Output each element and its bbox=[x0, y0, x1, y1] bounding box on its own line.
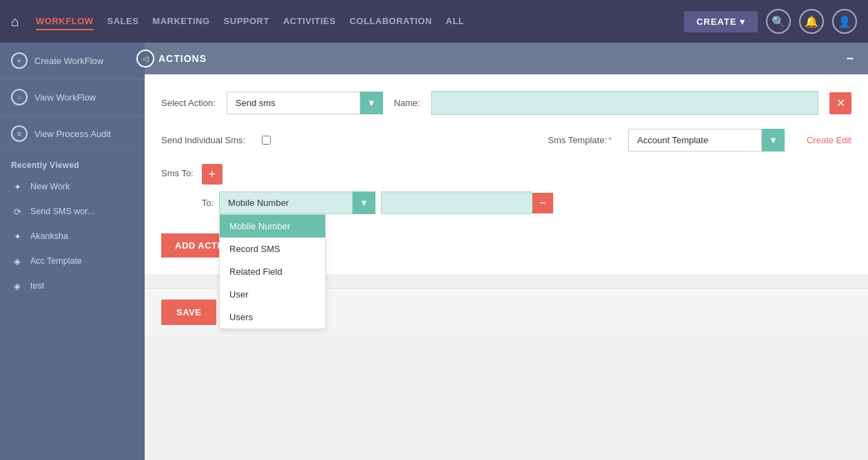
create-workflow-icon: + bbox=[11, 52, 28, 69]
remove-to-button[interactable]: − bbox=[533, 193, 553, 213]
select-action-wrapper: ▼ bbox=[227, 92, 383, 114]
sidebar-collapse-button[interactable]: ◁ bbox=[136, 50, 154, 67]
send-individual-checkbox[interactable] bbox=[262, 136, 271, 145]
actions-panel: ACTIONS − Select Action: ▼ Name: ✕ bbox=[145, 43, 868, 274]
top-navigation: ⌂ WORKFLOW SALES MARKETING SUPPORT ACTIV… bbox=[0, 0, 868, 43]
sidebar-recent-akanksha-label: Akanksha bbox=[30, 231, 68, 241]
sidebar-item-view-process-audit-label: View Process Audit bbox=[34, 129, 111, 139]
sidebar: ◁ + Create WorkFlow ○ View WorkFlow ≡ Vi… bbox=[0, 43, 145, 460]
select-action-row: Select Action: ▼ Name: ✕ bbox=[161, 91, 851, 115]
sidebar-recent-test-label: test bbox=[30, 281, 44, 291]
delete-button[interactable]: ✕ bbox=[829, 92, 851, 114]
actions-body: Select Action: ▼ Name: ✕ Send Individual… bbox=[145, 74, 868, 274]
add-sms-to-button[interactable]: + bbox=[202, 164, 223, 185]
select-action-dropdown-btn[interactable]: ▼ bbox=[360, 92, 383, 114]
sms-to-row: Sms To: + To: ▼ bbox=[161, 163, 851, 214]
sidebar-item-create-workflow[interactable]: + Create WorkFlow bbox=[0, 43, 145, 79]
dropdown-option-users[interactable]: Users bbox=[220, 306, 325, 328]
sidebar-recent-send-sms-label: Send SMS wor... bbox=[30, 207, 94, 216]
value-input-area: − bbox=[381, 191, 553, 214]
send-individual-label: Send Individual Sms: bbox=[161, 135, 245, 145]
nav-item-marketing[interactable]: MARKETING bbox=[152, 13, 209, 30]
actions-title: ACTIONS bbox=[158, 53, 207, 64]
acc-template-icon: ◈ bbox=[11, 255, 23, 267]
sidebar-recent-acc-template[interactable]: ◈ Acc Template bbox=[0, 249, 145, 273]
sidebar-recent-new-work[interactable]: ✦ New Work bbox=[0, 174, 145, 199]
sidebar-recent-send-sms[interactable]: ⟳ Send SMS wor... bbox=[0, 199, 145, 224]
user-icon[interactable]: 👤 bbox=[832, 9, 857, 34]
sidebar-item-view-workflow-label: View WorkFlow bbox=[34, 92, 96, 103]
sidebar-recent-new-work-label: New Work bbox=[30, 182, 70, 191]
nav-item-activities[interactable]: ACTIVITIES bbox=[283, 13, 336, 30]
sidebar-recent-akanksha[interactable]: ✦ Akanksha bbox=[0, 224, 145, 249]
to-value-input[interactable] bbox=[381, 191, 533, 214]
to-select-row: ▼ bbox=[219, 191, 375, 214]
select-action-input[interactable] bbox=[227, 92, 360, 114]
main-layout: ◁ + Create WorkFlow ○ View WorkFlow ≡ Vi… bbox=[0, 43, 868, 460]
sidebar-recent-test[interactable]: ◈ test bbox=[0, 273, 145, 298]
to-row: To: ▼ Mobile Number Record SMS bbox=[202, 191, 553, 214]
sidebar-item-view-workflow[interactable]: ○ View WorkFlow bbox=[0, 79, 145, 116]
create-edit-link[interactable]: Create Edit bbox=[807, 135, 851, 145]
dropdown-option-user[interactable]: User bbox=[220, 283, 325, 306]
minimize-button[interactable]: − bbox=[846, 52, 854, 65]
nav-item-collaboration[interactable]: COLLABORATION bbox=[349, 13, 432, 30]
create-button[interactable]: CREATE ▾ bbox=[684, 11, 758, 32]
test-icon: ◈ bbox=[11, 280, 23, 292]
dropdown-option-related-field[interactable]: Related Field bbox=[220, 260, 325, 283]
view-workflow-icon: ○ bbox=[11, 89, 28, 105]
home-icon[interactable]: ⌂ bbox=[11, 14, 19, 30]
sms-template-label: Sms Template:* bbox=[548, 135, 612, 145]
nav-right: CREATE ▾ 🔍 🔔 👤 bbox=[684, 9, 857, 34]
notification-icon[interactable]: 🔔 bbox=[799, 9, 824, 34]
template-input[interactable] bbox=[628, 129, 762, 151]
nav-items: WORKFLOW SALES MARKETING SUPPORT ACTIVIT… bbox=[36, 13, 668, 30]
sidebar-recent-acc-template-label: Acc Template bbox=[30, 256, 82, 266]
to-label: To: bbox=[202, 191, 219, 214]
akanksha-icon: ✦ bbox=[11, 230, 23, 242]
new-work-icon: ✦ bbox=[11, 180, 23, 193]
template-dropdown-btn[interactable]: ▼ bbox=[762, 129, 785, 151]
search-icon[interactable]: 🔍 bbox=[766, 9, 791, 34]
to-input-wrapper: ▼ Mobile Number Record SMS Related Field… bbox=[219, 191, 375, 214]
nav-item-support[interactable]: SUPPORT bbox=[224, 13, 269, 30]
sms-to-label: Sms To: bbox=[161, 163, 194, 178]
recently-viewed-title: Recently Viewed bbox=[0, 152, 145, 174]
name-input[interactable] bbox=[431, 91, 818, 115]
dropdown-option-record-sms[interactable]: Record SMS bbox=[220, 238, 325, 260]
sidebar-item-view-process-audit[interactable]: ≡ View Process Audit bbox=[0, 116, 145, 152]
actions-header: ACTIONS − bbox=[145, 43, 868, 74]
content-area: ACTIONS − Select Action: ▼ Name: ✕ bbox=[145, 43, 868, 460]
nav-item-workflow[interactable]: WORKFLOW bbox=[36, 13, 93, 30]
to-dropdown-btn[interactable]: ▼ bbox=[353, 191, 375, 214]
to-dropdown-list: Mobile Number Record SMS Related Field U… bbox=[219, 214, 326, 329]
view-process-audit-icon: ≡ bbox=[11, 125, 28, 142]
dropdown-option-mobile-number[interactable]: Mobile Number bbox=[220, 215, 325, 238]
send-individual-row: Send Individual Sms: Sms Template:* ▼ Cr… bbox=[161, 129, 851, 151]
template-select-wrapper: ▼ bbox=[628, 129, 785, 151]
sidebar-item-create-workflow-label: Create WorkFlow bbox=[34, 56, 103, 66]
select-action-label: Select Action: bbox=[161, 98, 216, 108]
save-button[interactable]: SAVE bbox=[161, 300, 216, 325]
send-sms-icon: ⟳ bbox=[11, 205, 23, 218]
name-label: Name: bbox=[394, 98, 420, 108]
nav-item-all[interactable]: ALL bbox=[446, 13, 464, 30]
to-input[interactable] bbox=[219, 191, 353, 214]
nav-item-sales[interactable]: SALES bbox=[107, 13, 139, 30]
